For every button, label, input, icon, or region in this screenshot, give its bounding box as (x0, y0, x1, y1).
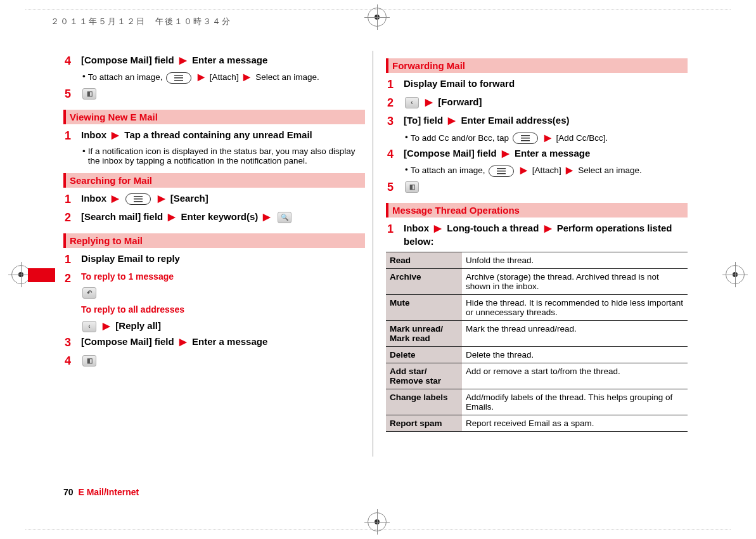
section-forwarding-mail: Forwarding Mail (386, 58, 688, 73)
operation-name: Mute (386, 294, 462, 320)
send-icon: ◧ (82, 88, 96, 100)
arrow-icon: ▶ (499, 148, 512, 159)
table-row: Mark unread/ Mark readMark the thread un… (386, 320, 688, 346)
step-2-forward: 2 ‹ ▶ [Forward] (386, 95, 688, 111)
text: Select an image. (578, 166, 642, 175)
operation-desc: Report received Email as a spam. (462, 415, 688, 431)
operation-desc: Add/modify labels of the thread. This he… (462, 389, 688, 415)
arrow-icon: ▶ (195, 72, 207, 82)
left-column: 4 [Compose Mail] field ▶ Enter a message… (63, 51, 370, 432)
send-icon: ◧ (82, 355, 96, 367)
text: Tap a thread containing any unread Email (124, 129, 312, 140)
text: To add Cc and/or Bcc, tap (411, 133, 509, 143)
step-1-display-forward: 1 Display Email to forward (386, 77, 688, 93)
reply-one-heading: To reply to 1 message (81, 271, 365, 283)
text: Inbox (404, 223, 429, 233)
menu-key-icon (489, 166, 514, 177)
step-4-compose: 4 [Compose Mail] field ▶ Enter a message (63, 53, 365, 69)
text: Select an image. (255, 72, 319, 82)
operation-name: Add star/ Remove star (386, 363, 462, 389)
arrow-icon: ▶ (177, 336, 189, 347)
arrow-icon: ▶ (100, 320, 113, 331)
step-2-search-field: 2 [Search mail] field ▶ Enter keyword(s)… (63, 210, 365, 226)
text: [To] field (404, 115, 443, 126)
step-4-compose-forward: 4 [Compose Mail] field ▶ Enter a message (386, 146, 688, 162)
text: Inbox (81, 129, 106, 140)
table-row: ReadUnfold the thread. (386, 252, 688, 268)
text: [Compose Mail] field (81, 336, 174, 347)
step-3-compose-reply: 3 [Compose Mail] field ▶ Enter a message (63, 335, 365, 351)
operation-name: Delete (386, 346, 462, 363)
table-row: Add star/ Remove starAdd or remove a sta… (386, 363, 688, 389)
step-3-to-field: 3 [To] field ▶ Enter Email address(es) (386, 114, 688, 129)
section-name: E Mail/Internet (78, 487, 139, 497)
operation-name: Change labels (386, 389, 462, 415)
section-viewing-new-email: Viewing New E Mail (63, 110, 365, 124)
step-1-inbox-thread: 1 Inbox ▶ Tap a thread containing any un… (63, 128, 365, 144)
attach-image-note: • To attach an image, ▶ [Attach] ▶ Selec… (82, 72, 365, 83)
arrow-icon: ▶ (109, 129, 122, 140)
arrow-icon: ▶ (563, 166, 575, 175)
search-icon: 🔍 (278, 212, 292, 223)
operation-desc: Mark the thread unread/read. (462, 320, 688, 346)
text: Enter a message (192, 55, 267, 65)
page-number: 70 (63, 487, 74, 497)
text: Display Email to reply (81, 252, 365, 265)
menu-key-icon (125, 193, 151, 205)
operation-name: Archive (386, 268, 462, 294)
attach-image-note-forward: • To attach an image, ▶ [Attach] ▶ Selec… (405, 165, 688, 176)
arrow-icon: ▶ (445, 115, 458, 126)
text: Enter keyword(s) (181, 211, 259, 222)
text: [Forward] (438, 96, 482, 107)
menu-key-icon (166, 72, 191, 84)
operation-name: Report spam (386, 415, 462, 431)
section-thread-operations: Message Thread Operations (386, 203, 688, 218)
operation-desc: Hide the thread. It is recommended to hi… (462, 294, 688, 320)
step-1-search: 1 Inbox ▶ ▶ [Search] (63, 192, 365, 207)
text: [Reply all] (115, 320, 161, 331)
text: Long-touch a thread (447, 223, 539, 233)
section-replying-mail: Replying to Mail (63, 233, 365, 248)
text: Inbox (81, 193, 106, 204)
table-row: MuteHide the thread. It is recommended t… (386, 294, 688, 320)
notification-note: • If a notification icon is displayed in… (82, 146, 365, 166)
text: [Search] (170, 193, 208, 204)
arrow-icon: ▶ (109, 193, 122, 204)
arrow-icon: ▶ (518, 166, 530, 175)
text: Enter a message (192, 336, 267, 347)
print-timestamp: ２０１１年５月１２日 午後１０時３４分 (51, 16, 231, 27)
reply-icon: ↶ (82, 287, 96, 299)
arrow-icon: ▶ (423, 96, 435, 107)
text: [Attach] (532, 166, 561, 175)
page-footer: 70 E Mail/Internet (63, 487, 139, 497)
page-content: 4 [Compose Mail] field ▶ Enter a message… (63, 51, 688, 432)
cc-bcc-note: • To add Cc and/or Bcc, tap ▶ [Add Cc/Bc… (405, 133, 688, 144)
text: [Compose Mail] field (81, 55, 174, 65)
thread-operations-table: ReadUnfold the thread.ArchiveArchive (st… (386, 252, 688, 432)
table-row: DeleteDelete the thread. (386, 346, 688, 363)
arrow-icon: ▶ (241, 72, 253, 82)
text: If a notification icon is displayed in t… (88, 146, 365, 166)
side-tab (28, 268, 55, 282)
operation-desc: Unfold the thread. (462, 252, 688, 268)
menu-key-icon (513, 133, 538, 144)
section-searching-mail: Searching for Mail (63, 173, 365, 188)
arrow-icon: ▶ (542, 133, 554, 143)
arrow-icon: ▶ (260, 211, 273, 222)
send-icon: ◧ (405, 181, 419, 193)
table-row: ArchiveArchive (storage) the thread. Arc… (386, 268, 688, 294)
step-2-reply-options: 2 To reply to 1 message ↶ To reply to al… (63, 271, 365, 332)
text: [Add Cc/Bcc]. (556, 133, 608, 143)
text: To attach an image, (411, 166, 485, 175)
operation-name: Mark unread/ Mark read (386, 320, 462, 346)
step-4-send-reply: 4 ◧ (63, 353, 365, 369)
step-5-send-forward: 5 ◧ (386, 179, 688, 195)
chevron-left-icon: ‹ (82, 321, 96, 332)
step-1-display-reply: 1 Display Email to reply (63, 252, 365, 268)
arrow-icon: ▶ (542, 223, 554, 233)
text: [Attach] (210, 72, 239, 82)
operation-name: Read (386, 252, 462, 268)
right-column: Forwarding Mail 1 Display Email to forwa… (386, 51, 688, 432)
step-5: 5 ◧ (63, 86, 365, 102)
registration-mark-bottom (368, 512, 387, 531)
